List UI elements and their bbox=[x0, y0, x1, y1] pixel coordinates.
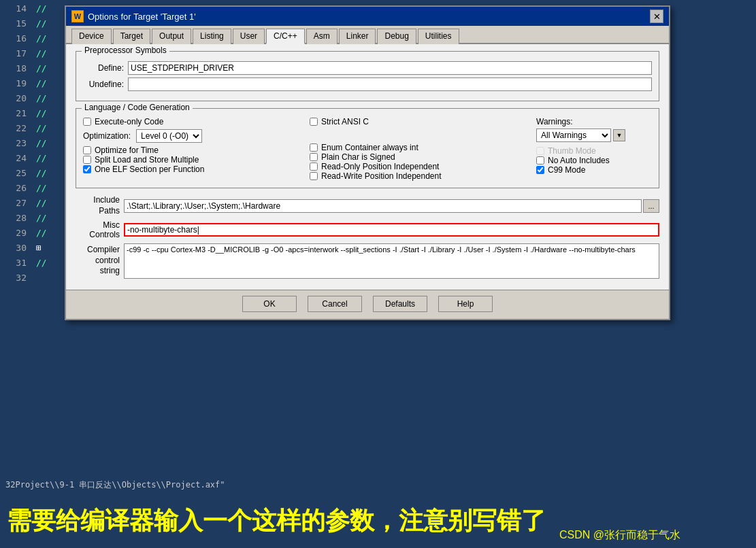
c99-mode-row: C99 Mode bbox=[536, 165, 652, 175]
help-button[interactable]: Help bbox=[438, 296, 493, 312]
dialog-title: Options for Target 'Target 1' bbox=[88, 12, 196, 22]
readonly-pos-checkbox[interactable] bbox=[310, 162, 318, 171]
thumb-mode-label: Thumb Mode bbox=[548, 146, 596, 156]
close-button[interactable]: ✕ bbox=[650, 10, 663, 23]
execute-only-label: Execute-only Code bbox=[95, 117, 163, 126]
no-auto-checkbox[interactable] bbox=[536, 156, 544, 165]
preprocessor-section: Preprocessor Symbols Define: Undefine: bbox=[76, 51, 659, 101]
enum-container-checkbox[interactable] bbox=[310, 143, 318, 152]
dialog-content: Preprocessor Symbols Define: Undefine: L… bbox=[66, 44, 669, 290]
undefine-row: Undefine: bbox=[83, 78, 652, 91]
thumb-mode-row: Thumb Mode bbox=[536, 146, 652, 156]
misc-controls-input[interactable] bbox=[124, 223, 659, 237]
define-row: Define: bbox=[83, 61, 652, 75]
optimization-row: Optimization: Level 0 (-O0) bbox=[83, 129, 303, 143]
optimize-time-row: Optimize for Time bbox=[83, 145, 303, 155]
tab-linker[interactable]: Linker bbox=[339, 29, 376, 44]
one-elf-row: One ELF Section per Function bbox=[83, 165, 303, 174]
enum-container-label: Enum Container always int bbox=[321, 143, 418, 152]
compiler-string-textarea[interactable]: -c99 -c --cpu Cortex-M3 -D__MICROLIB -g … bbox=[124, 243, 659, 279]
plain-char-row: Plain Char is Signed bbox=[310, 152, 529, 162]
warnings-select-row: All Warnings ▼ bbox=[536, 129, 652, 142]
compiler-string-label: Compilercontrolstring bbox=[76, 243, 120, 277]
include-paths-input[interactable] bbox=[124, 199, 642, 213]
include-paths-label: IncludePaths bbox=[76, 195, 120, 216]
dialog-title-left: W Options for Target 'Target 1' bbox=[71, 10, 196, 22]
optimization-label: Optimization: bbox=[83, 131, 131, 141]
tab-target[interactable]: Target bbox=[113, 29, 150, 44]
warnings-dropdown-arrow[interactable]: ▼ bbox=[613, 129, 625, 141]
optimization-select[interactable]: Level 0 (-O0) bbox=[136, 129, 202, 143]
dialog-app-icon: W bbox=[71, 10, 84, 22]
misc-controls-row: MiscControls bbox=[76, 220, 659, 239]
undefine-input[interactable] bbox=[128, 78, 652, 91]
plain-char-checkbox[interactable] bbox=[310, 153, 318, 161]
ok-button[interactable]: OK bbox=[242, 296, 297, 312]
readwrite-pos-label: Read-Write Position Independent bbox=[321, 171, 442, 181]
no-auto-row: No Auto Includes bbox=[536, 156, 652, 165]
tab-output[interactable]: Output bbox=[152, 29, 191, 44]
split-load-row: Split Load and Store Multiple bbox=[83, 155, 303, 165]
defaults-button[interactable]: Defaults bbox=[373, 296, 427, 312]
optimize-time-checkbox[interactable] bbox=[83, 146, 91, 154]
bottom-source-text: CSDN @张行而稳于气水 bbox=[559, 528, 680, 543]
tab-asm[interactable]: Asm bbox=[306, 29, 338, 44]
status-bar: 32Project\\9-1 串口反达\\Objects\\Project.ax… bbox=[0, 477, 756, 492]
dialog-overlay: W Options for Target 'Target 1' ✕ Device… bbox=[0, 0, 756, 548]
browse-button[interactable]: ... bbox=[643, 199, 659, 213]
optimize-time-label: Optimize for Time bbox=[95, 145, 159, 155]
warnings-label: Warnings: bbox=[536, 117, 652, 126]
status-text: 32Project\\9-1 串口反达\\Objects\\Project.ax… bbox=[5, 479, 225, 491]
options-dialog: W Options for Target 'Target 1' ✕ Device… bbox=[65, 5, 670, 320]
one-elf-checkbox[interactable] bbox=[83, 165, 91, 173]
cancel-button[interactable]: Cancel bbox=[308, 296, 362, 312]
split-load-label: Split Load and Store Multiple bbox=[95, 155, 199, 165]
dialog-titlebar: W Options for Target 'Target 1' ✕ bbox=[66, 7, 669, 26]
language-section: Language / Code Generation Execute-only … bbox=[76, 108, 659, 188]
language-legend: Language / Code Generation bbox=[82, 103, 193, 112]
plain-char-label: Plain Char is Signed bbox=[321, 152, 395, 162]
warnings-select[interactable]: All Warnings bbox=[536, 129, 611, 142]
bottom-text-area: 需要给编译器输入一个这样的参数，注意别写错了 CSDN @张行而稳于气水 bbox=[0, 494, 756, 548]
c99-mode-checkbox[interactable] bbox=[536, 166, 544, 174]
readonly-pos-row: Read-Only Position Independent bbox=[310, 162, 529, 171]
enum-container-row: Enum Container always int bbox=[310, 143, 529, 152]
tab-utilities[interactable]: Utilities bbox=[418, 29, 459, 44]
strict-ansi-checkbox[interactable] bbox=[310, 118, 318, 126]
define-label: Define: bbox=[83, 63, 124, 73]
readwrite-pos-row: Read-Write Position Independent bbox=[310, 171, 529, 181]
thumb-mode-checkbox bbox=[536, 147, 544, 155]
dialog-buttons: OK Cancel Defaults Help bbox=[66, 290, 669, 319]
tab-ccpp[interactable]: C/C++ bbox=[266, 29, 305, 44]
readonly-pos-label: Read-Only Position Independent bbox=[321, 162, 439, 171]
tab-debug[interactable]: Debug bbox=[377, 29, 416, 44]
include-paths-row: IncludePaths ... bbox=[76, 195, 659, 216]
language-col1: Execute-only Code Optimization: Level 0 … bbox=[83, 117, 303, 181]
tab-device[interactable]: Device bbox=[71, 29, 112, 44]
language-col2: Strict ANSI C Enum Container always int … bbox=[303, 117, 529, 181]
strict-ansi-label: Strict ANSI C bbox=[321, 117, 369, 126]
execute-only-row: Execute-only Code bbox=[83, 117, 303, 126]
split-load-checkbox[interactable] bbox=[83, 156, 91, 164]
c99-mode-label: C99 Mode bbox=[548, 165, 585, 175]
undefine-label: Undefine: bbox=[83, 80, 124, 89]
one-elf-label: One ELF Section per Function bbox=[95, 165, 204, 174]
preprocessor-legend: Preprocessor Symbols bbox=[82, 46, 169, 55]
language-col3: Warnings: All Warnings ▼ Thumb Mode bbox=[529, 117, 652, 181]
define-input[interactable] bbox=[128, 61, 652, 75]
tabs-row: Device Target Output Listing User C/C++ … bbox=[66, 26, 669, 44]
strict-ansi-row: Strict ANSI C bbox=[310, 117, 529, 126]
execute-only-checkbox[interactable] bbox=[83, 118, 91, 126]
bottom-chinese-text: 需要给编译器输入一个这样的参数，注意别写错了 bbox=[7, 504, 546, 538]
tab-listing[interactable]: Listing bbox=[193, 29, 231, 44]
readwrite-pos-checkbox[interactable] bbox=[310, 172, 318, 180]
compiler-string-row: Compilercontrolstring -c99 -c --cpu Cort… bbox=[76, 243, 659, 279]
misc-label: MiscControls bbox=[76, 220, 120, 239]
tab-user[interactable]: User bbox=[233, 29, 265, 44]
no-auto-label: No Auto Includes bbox=[548, 156, 610, 165]
